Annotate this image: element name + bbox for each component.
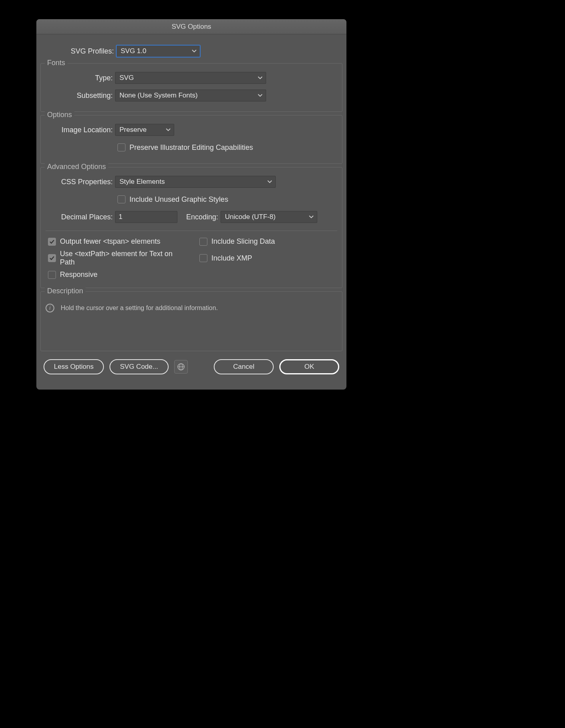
include-unused-checkbox[interactable]: Include Unused Graphic Styles xyxy=(117,195,228,204)
ok-button[interactable]: OK xyxy=(279,359,339,374)
checkbox-icon xyxy=(48,271,56,279)
checkbox-icon xyxy=(48,238,56,246)
svg-options-dialog: SVG Options SVG Profiles: SVG 1.0 Fonts … xyxy=(36,19,346,390)
image-location-value: Preserve xyxy=(119,126,147,134)
css-properties-value: Style Elements xyxy=(119,178,165,186)
chevron-down-icon xyxy=(309,215,314,219)
checkbox-icon xyxy=(117,195,125,203)
chevron-down-icon xyxy=(166,128,171,131)
globe-button[interactable] xyxy=(174,360,188,374)
use-textpath-label: Use <textPath> element for Text on Path xyxy=(60,250,183,267)
chevron-down-icon xyxy=(192,50,197,53)
css-properties-label: CSS Properties: xyxy=(46,178,115,186)
image-location-label: Image Location: xyxy=(46,126,115,134)
font-type-select[interactable]: SVG xyxy=(115,72,266,84)
fonts-group: Fonts Type: SVG Subsetting: None (Use Sy… xyxy=(40,63,342,112)
svg-profiles-select[interactable]: SVG 1.0 xyxy=(116,45,200,57)
svg-profiles-value: SVG 1.0 xyxy=(121,47,146,55)
dialog-footer: Less Options SVG Code... Cancel OK xyxy=(36,351,346,386)
include-xmp-label: Include XMP xyxy=(211,254,252,263)
info-icon: i xyxy=(46,304,54,312)
font-subsetting-value: None (Use System Fonts) xyxy=(119,91,198,99)
css-properties-select[interactable]: Style Elements xyxy=(115,176,276,188)
checkbox-icon xyxy=(199,254,207,262)
description-group: Description i Hold the cursor over a set… xyxy=(40,291,342,351)
encoding-label: Encoding: xyxy=(179,213,221,221)
image-location-select[interactable]: Preserve xyxy=(115,124,174,136)
encoding-select[interactable]: Unicode (UTF-8) xyxy=(221,211,317,223)
font-subsetting-label: Subsetting: xyxy=(46,91,115,100)
decimal-places-input[interactable] xyxy=(115,211,177,223)
options-group: Options Image Location: Preserve Preserv… xyxy=(40,115,342,164)
font-type-label: Type: xyxy=(46,74,115,82)
font-type-value: SVG xyxy=(119,74,134,82)
chevron-down-icon xyxy=(258,76,263,80)
description-group-title: Description xyxy=(45,287,86,295)
chevron-down-icon xyxy=(267,180,272,183)
preserve-editing-checkbox[interactable]: Preserve Illustrator Editing Capabilitie… xyxy=(117,143,253,152)
cancel-button[interactable]: Cancel xyxy=(214,359,274,374)
advanced-group-title: Advanced Options xyxy=(45,163,108,171)
include-slicing-checkbox[interactable]: Include Slicing Data xyxy=(199,237,335,246)
chevron-down-icon xyxy=(258,94,263,97)
preserve-editing-label: Preserve Illustrator Editing Capabilitie… xyxy=(129,143,253,152)
options-group-title: Options xyxy=(45,111,74,119)
use-textpath-checkbox[interactable]: Use <textPath> element for Text on Path xyxy=(48,250,183,267)
include-xmp-checkbox[interactable]: Include XMP xyxy=(199,250,335,267)
include-slicing-label: Include Slicing Data xyxy=(211,237,275,246)
dialog-title: SVG Options xyxy=(171,23,211,31)
checkbox-icon xyxy=(117,143,125,151)
divider xyxy=(46,231,337,231)
checkbox-icon xyxy=(48,254,56,262)
encoding-value: Unicode (UTF-8) xyxy=(225,213,276,221)
output-tspan-checkbox[interactable]: Output fewer <tspan> elements xyxy=(48,237,183,246)
checkbox-icon xyxy=(199,238,207,246)
svg-profiles-label: SVG Profiles: xyxy=(36,47,116,56)
svg-code-button[interactable]: SVG Code... xyxy=(109,359,168,374)
decimal-places-label: Decimal Places: xyxy=(46,213,115,221)
fonts-group-title: Fonts xyxy=(45,59,68,67)
less-options-button[interactable]: Less Options xyxy=(44,359,104,374)
output-tspan-label: Output fewer <tspan> elements xyxy=(60,237,160,246)
description-text: Hold the cursor over a setting for addit… xyxy=(61,304,218,312)
include-unused-label: Include Unused Graphic Styles xyxy=(129,195,228,204)
titlebar: SVG Options xyxy=(36,19,346,34)
responsive-label: Responsive xyxy=(60,271,97,279)
font-subsetting-select[interactable]: None (Use System Fonts) xyxy=(115,90,266,101)
advanced-group: Advanced Options CSS Properties: Style E… xyxy=(40,167,342,288)
responsive-checkbox[interactable]: Responsive xyxy=(48,271,183,279)
globe-icon xyxy=(177,363,185,371)
